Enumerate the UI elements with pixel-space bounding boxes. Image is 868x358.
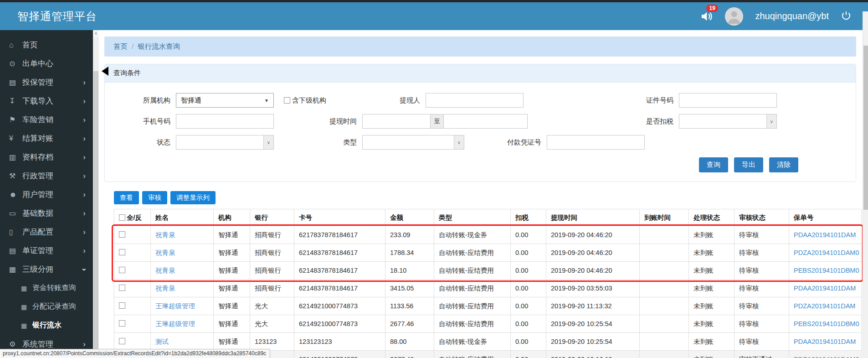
notification-button[interactable]: 19 bbox=[699, 10, 713, 23]
org-cell: 智择通 bbox=[214, 262, 250, 280]
sidebar-scrollbar-thumb[interactable] bbox=[93, 71, 98, 358]
chevron-right-icon: › bbox=[83, 190, 86, 199]
withdraw-time-cell: 2019-09-20 11:13:32 bbox=[546, 297, 640, 315]
sidebar-item-产品配置[interactable]: ▯产品配置› bbox=[0, 223, 93, 241]
chevron-down-icon: ▼ bbox=[264, 98, 269, 103]
audit-status-cell: 待审核 bbox=[734, 226, 789, 244]
column-header-审核状态: 审核状态 bbox=[734, 209, 789, 226]
export-button[interactable]: 导出 bbox=[734, 157, 763, 172]
logout-power-icon[interactable] bbox=[841, 10, 852, 23]
sidebar-item-下载导入[interactable]: ↧下载导入› bbox=[0, 92, 93, 110]
withdraw-time-cell: 2019-09-20 10:16:19 bbox=[546, 351, 640, 358]
row-checkbox[interactable] bbox=[119, 320, 125, 327]
sidebar-item-首页[interactable]: ⌂首页 bbox=[0, 36, 93, 54]
scrollbar-up-arrow[interactable]: ∧ bbox=[93, 30, 99, 37]
policy-no-cell[interactable]: PDAA20194101DAM bbox=[789, 226, 862, 244]
policy-no-cell[interactable]: PEBS20194101DBM0 bbox=[789, 262, 862, 280]
view-button[interactable]: 查看 bbox=[114, 191, 139, 204]
clear-button[interactable]: 清除 bbox=[769, 157, 798, 172]
name-cell[interactable]: 王琳超级管理 bbox=[151, 315, 214, 333]
column-header-机构: 机构 bbox=[214, 209, 250, 226]
policy-no-cell[interactable]: PEBS20194101DBM0 bbox=[789, 315, 862, 333]
type-select[interactable]: ∨ bbox=[362, 135, 464, 150]
voucher-input[interactable] bbox=[547, 135, 645, 150]
chevron-right-icon: › bbox=[83, 171, 86, 181]
select-all-checkbox[interactable] bbox=[119, 214, 125, 221]
row-checkbox-cell bbox=[114, 315, 151, 333]
page-scrollbar-thumb[interactable] bbox=[863, 46, 868, 210]
sidebar-subitem-银行流水[interactable]: ▦银行流水 bbox=[0, 316, 93, 335]
breadcrumb-home-link[interactable]: 首页 bbox=[113, 42, 128, 52]
card-cell: 6217837878184617 bbox=[294, 226, 385, 244]
sidebar-item-结算对账[interactable]: ¥结算对账› bbox=[0, 129, 93, 148]
sidebar-item-用户管理[interactable]: ☻用户管理› bbox=[0, 185, 93, 204]
name-cell[interactable]: 祝青泉 bbox=[151, 280, 214, 297]
withdraw-time-start-input[interactable] bbox=[362, 114, 431, 129]
audit-status-cell: 待审核 bbox=[734, 244, 789, 262]
name-cell[interactable]: 祝青泉 bbox=[151, 226, 214, 244]
process-status-cell: 未到账 bbox=[689, 315, 734, 333]
row-checkbox[interactable] bbox=[119, 302, 125, 309]
policy-no-cell[interactable]: PDAA20194101DAM bbox=[789, 280, 862, 297]
amount-cell: 1788.34 bbox=[385, 244, 434, 262]
tax-cell: 0.00 bbox=[511, 297, 546, 315]
sidebar-item-单证管理[interactable]: ▤单证管理› bbox=[0, 241, 93, 260]
adjust-columns-button[interactable]: 调整显示列 bbox=[170, 191, 216, 204]
policy-no-cell[interactable]: PDZA20194101DAM bbox=[789, 297, 862, 315]
sidebar-subitem-label: 银行流水 bbox=[32, 321, 62, 330]
page-scrollbar[interactable] bbox=[863, 11, 868, 358]
column-header-保单号: 保单号 bbox=[789, 209, 862, 226]
phone-input[interactable] bbox=[176, 114, 274, 129]
withdraw-time-cell: 2019-09-20 10:25:54 bbox=[546, 333, 640, 351]
withdrawer-input[interactable] bbox=[426, 93, 524, 108]
arrive-time-cell bbox=[640, 262, 689, 280]
sidebar-item-车险营销[interactable]: ⚑车险营销› bbox=[0, 110, 93, 129]
sidebar-item-行政管理[interactable]: ⚒行政管理› bbox=[0, 166, 93, 185]
collapse-sidebar-arrow[interactable] bbox=[102, 67, 108, 76]
policy-no-cell[interactable]: PDAA20194101DAM bbox=[789, 333, 862, 351]
tax-select[interactable]: ∨ bbox=[679, 114, 777, 129]
chevron-right-icon: › bbox=[83, 134, 86, 143]
row-checkbox[interactable] bbox=[119, 338, 125, 344]
withdraw-time-end-input[interactable] bbox=[443, 114, 528, 129]
status-select[interactable]: ∨ bbox=[176, 135, 274, 150]
id-number-input[interactable] bbox=[679, 93, 777, 108]
org-cell: 智择通 bbox=[214, 226, 250, 244]
sidebar-subitem-资金转账查询[interactable]: ▦资金转账查询 bbox=[0, 279, 93, 297]
include-sub-checkbox[interactable] bbox=[284, 97, 290, 104]
sidebar-item-基础数据[interactable]: ▭基础数据› bbox=[0, 204, 93, 223]
id-number-label: 证件号码 bbox=[620, 93, 679, 108]
chevron-down-icon: ∨ bbox=[454, 135, 464, 149]
audit-button[interactable]: 审核 bbox=[142, 191, 167, 204]
sidebar-item-资料存档[interactable]: ▥资料存档› bbox=[0, 148, 93, 166]
sidebar-item-三级分佣[interactable]: ▦三级分佣› bbox=[0, 260, 93, 279]
name-cell[interactable]: 祝青泉 bbox=[151, 244, 214, 262]
sidebar-item-label: 首页 bbox=[22, 40, 38, 50]
file-icon: ▤ bbox=[9, 78, 22, 87]
audit-status-cell: 审核不通过 bbox=[734, 351, 789, 358]
select-all-label: 全/反 bbox=[127, 213, 142, 222]
row-checkbox[interactable] bbox=[119, 285, 125, 291]
row-checkbox[interactable] bbox=[119, 249, 125, 255]
username[interactable]: zhuqingquan@ybt bbox=[755, 11, 829, 21]
policy-no-cell[interactable]: PDZA20194101DAM0 bbox=[789, 351, 862, 358]
name-cell[interactable]: 测试 bbox=[151, 333, 214, 351]
name-cell[interactable]: 王琳超级管理 bbox=[151, 297, 214, 315]
org-select[interactable]: 智择通 ▼ bbox=[176, 93, 274, 108]
search-button[interactable]: 查询 bbox=[699, 157, 728, 172]
name-cell[interactable]: 祝青泉 bbox=[151, 262, 214, 280]
policy-no-cell[interactable]: PDZA20194101DAM0 bbox=[789, 244, 862, 262]
avatar[interactable] bbox=[725, 7, 743, 26]
arrive-time-cell bbox=[640, 280, 689, 297]
row-checkbox[interactable] bbox=[119, 267, 125, 273]
type-cell: 自动转账-应结费用 bbox=[434, 315, 511, 333]
column-header-处理状态: 处理状态 bbox=[689, 209, 734, 226]
card-cell: 6214921000774873 bbox=[294, 315, 385, 333]
sidebar-subitem-分配记录查询[interactable]: ▦分配记录查询 bbox=[0, 297, 93, 316]
bank-cell: 光大 bbox=[250, 297, 294, 315]
sidebar-item-投保管理[interactable]: ▤投保管理› bbox=[0, 73, 93, 92]
sidebar-item-出单中心[interactable]: ⊙出单中心 bbox=[0, 54, 93, 73]
sidebar-scrollbar[interactable]: ∧ bbox=[93, 30, 99, 358]
row-checkbox-cell bbox=[114, 226, 151, 244]
row-checkbox[interactable] bbox=[119, 231, 125, 238]
